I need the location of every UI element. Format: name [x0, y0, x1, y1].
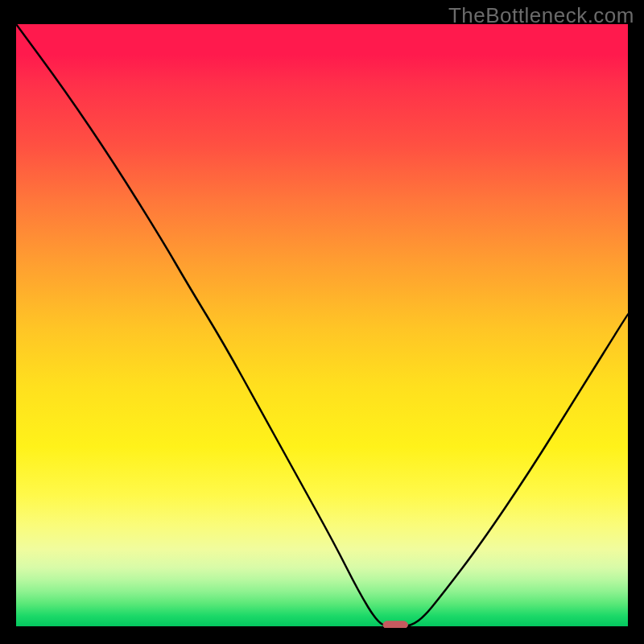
chart-frame: TheBottleneck.com	[0, 0, 644, 644]
plot-area	[16, 24, 628, 628]
curve-path	[16, 24, 628, 628]
optimum-marker	[383, 621, 407, 628]
bottleneck-curve	[16, 24, 628, 628]
watermark-text: TheBottleneck.com	[448, 3, 634, 28]
